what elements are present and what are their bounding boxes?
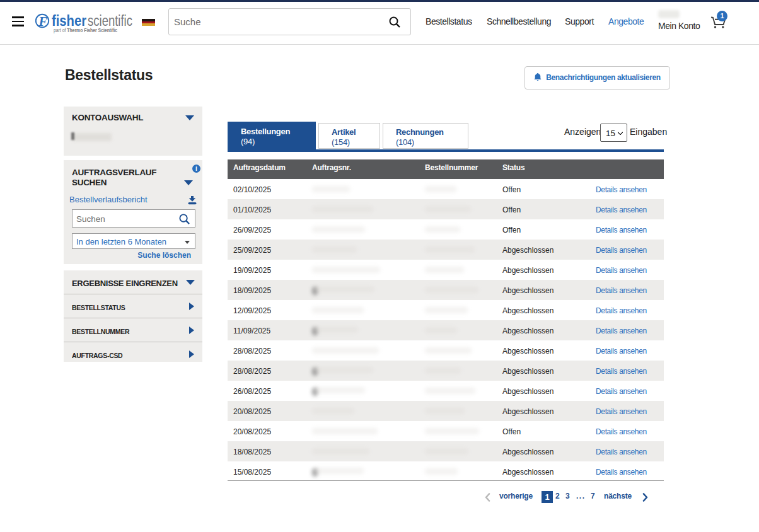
svg-text:part of Thermo Fisher Scientif: part of Thermo Fisher Scientific bbox=[54, 27, 117, 33]
svg-text:F: F bbox=[38, 14, 48, 28]
